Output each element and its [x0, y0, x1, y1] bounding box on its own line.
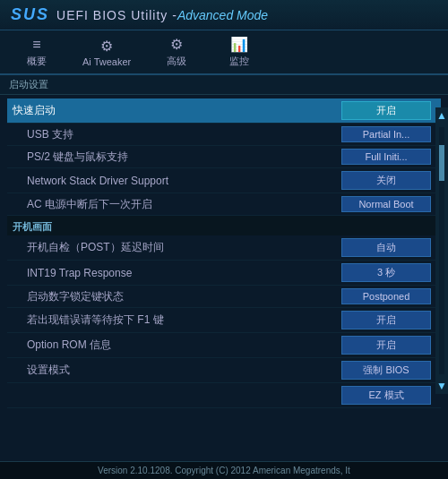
wait-f1-btn[interactable]: 开启: [341, 311, 431, 329]
scroll-thumb: [439, 145, 444, 181]
numlock-btn[interactable]: Postponed: [341, 288, 431, 304]
wait-f1-row[interactable]: 若出现错误请等待按下 F1 键 开启: [7, 308, 441, 333]
tab-monitor-label: 监控: [229, 55, 249, 68]
ez-mode-row[interactable]: EZ 模式: [7, 383, 441, 408]
title-mode: Advanced Mode: [177, 8, 268, 22]
logo: SUS: [11, 5, 49, 24]
section-label-text: 启动设置: [9, 79, 48, 90]
post-delay-btn[interactable]: 自动: [341, 238, 431, 257]
int19-row[interactable]: INT19 Trap Response 3 秒: [7, 261, 441, 286]
ez-mode-value: EZ 模式: [337, 386, 435, 405]
int19-label: INT19 Trap Response: [13, 267, 337, 279]
setup-mode-row[interactable]: 设置模式 强制 BIOS: [7, 358, 441, 383]
monitor-icon: 📊: [230, 36, 248, 53]
tab-advanced[interactable]: ⚙ 高级: [145, 30, 208, 73]
post-delay-row[interactable]: 开机自检（POST）延迟时间 自动: [7, 235, 441, 261]
tab-overview[interactable]: ≡ 概要: [5, 31, 68, 73]
network-stack-row[interactable]: Network Stack Driver Support 关闭: [7, 168, 441, 193]
ps2-label: PS/2 键盘与鼠标支持: [13, 150, 337, 165]
usb-support-btn[interactable]: Partial In...: [341, 126, 431, 142]
tab-ai-tweaker-label: Ai Tweaker: [82, 56, 131, 67]
boot-screen-header: 开机画面: [7, 216, 441, 235]
ac-power-label: AC 电源中断后下一次开启: [13, 197, 337, 212]
header: SUS UEFI BIOS Utility - Advanced Mode: [0, 0, 448, 30]
numlock-value: Postponed: [337, 288, 435, 304]
network-stack-btn[interactable]: 关闭: [341, 171, 431, 190]
usb-support-value: Partial In...: [337, 126, 435, 142]
quick-start-value: 开启: [337, 101, 435, 120]
network-stack-value: 关闭: [337, 171, 435, 190]
ai-tweaker-icon: ⚙: [100, 38, 113, 55]
network-stack-label: Network Stack Driver Support: [13, 175, 337, 187]
setup-mode-value: 强制 BIOS: [337, 361, 435, 380]
scrollbar: ▲ ▼: [435, 107, 448, 394]
ez-mode-btn[interactable]: EZ 模式: [341, 386, 431, 405]
section-label: 启动设置: [0, 75, 448, 95]
ac-power-value: Normal Boot: [337, 196, 435, 212]
scroll-up-btn[interactable]: ▲: [435, 107, 448, 124]
int19-value: 3 秒: [337, 263, 435, 282]
tab-overview-label: 概要: [27, 55, 47, 68]
option-rom-btn[interactable]: 开启: [341, 336, 431, 355]
advanced-icon: ⚙: [170, 36, 183, 53]
tab-monitor[interactable]: 📊 监控: [208, 30, 271, 73]
wait-f1-label: 若出现错误请等待按下 F1 键: [13, 312, 337, 328]
tab-ai-tweaker[interactable]: ⚙ Ai Tweaker: [68, 32, 145, 73]
boot-screen-label: 开机画面: [13, 221, 52, 232]
int19-btn[interactable]: 3 秒: [341, 263, 431, 282]
wait-f1-value: 开启: [337, 311, 435, 329]
quick-start-row[interactable]: 快速启动 开启: [7, 98, 441, 124]
scroll-track: [439, 127, 444, 374]
post-delay-label: 开机自检（POST）延迟时间: [13, 240, 337, 255]
usb-support-label: USB 支持: [13, 127, 337, 142]
ps2-value: Full Initi...: [337, 149, 435, 165]
title-prefix: UEFI BIOS Utility -: [56, 8, 177, 22]
usb-support-row[interactable]: USB 支持 Partial In...: [7, 124, 441, 146]
nav-tabs: ≡ 概要 ⚙ Ai Tweaker ⚙ 高级 📊 监控: [0, 30, 448, 75]
setup-mode-btn[interactable]: 强制 BIOS: [341, 361, 431, 380]
overview-icon: ≡: [32, 37, 40, 53]
tab-advanced-label: 高级: [167, 55, 186, 68]
post-delay-value: 自动: [337, 238, 435, 257]
option-rom-label: Option ROM 信息: [13, 338, 337, 353]
setup-mode-label: 设置模式: [13, 363, 337, 378]
ps2-btn[interactable]: Full Initi...: [341, 149, 431, 165]
footer: Version 2.10.1208. Copyright (C) 2012 Am…: [0, 461, 448, 479]
scroll-down-btn[interactable]: ▼: [435, 378, 448, 394]
footer-text: Version 2.10.1208. Copyright (C) 2012 Am…: [98, 466, 350, 475]
numlock-row[interactable]: 启动数字锁定键状态 Postponed: [7, 286, 441, 308]
main-content: 快速启动 开启 USB 支持 Partial In... PS/2 键盘与鼠标支…: [0, 95, 448, 450]
ac-power-row[interactable]: AC 电源中断后下一次开启 Normal Boot: [7, 193, 441, 216]
option-rom-value: 开启: [337, 336, 435, 355]
option-rom-row[interactable]: Option ROM 信息 开启: [7, 333, 441, 358]
quick-start-label: 快速启动: [13, 103, 337, 118]
quick-start-btn[interactable]: 开启: [341, 101, 431, 120]
ac-power-btn[interactable]: Normal Boot: [341, 196, 431, 212]
numlock-label: 启动数字锁定键状态: [13, 289, 337, 304]
ps2-row[interactable]: PS/2 键盘与鼠标支持 Full Initi...: [7, 146, 441, 168]
